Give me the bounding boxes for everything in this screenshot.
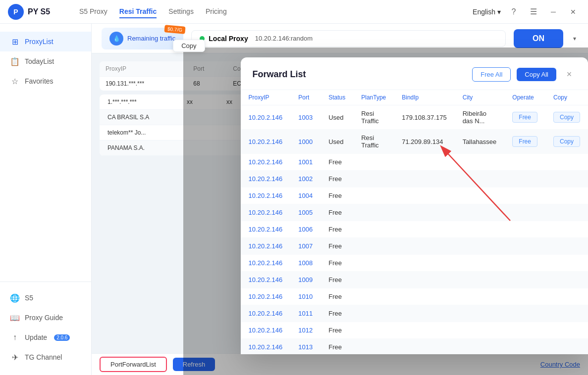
sidebar-s5-label: S5 xyxy=(25,294,33,302)
modal-col-proxyip: ProxyIP xyxy=(241,90,291,105)
local-proxy-widget: Local Proxy 10.20.2.146:random xyxy=(191,30,506,47)
copy-hint-badge: Copy xyxy=(173,40,205,52)
sidebar-item-proxyguide[interactable]: 📖 Proxy Guide xyxy=(0,308,91,328)
sidebar-update-label: Update xyxy=(25,333,47,341)
modal-table-row: 10.20.2.146 1004 Free xyxy=(241,188,588,204)
modal-table-row: 10.20.2.146 1011 Free xyxy=(241,305,588,322)
modal-table-row: 10.20.2.146 1013 Free xyxy=(241,339,588,355)
app-logo: P PY S5 xyxy=(8,4,67,20)
sidebar-item-proxylist[interactable]: ⊞ ProxyList xyxy=(0,32,91,51)
modal-table-row: 10.20.2.146 1008 Free xyxy=(241,255,588,272)
modal-table-row: 10.20.2.146 1010 Free xyxy=(241,288,588,305)
update-icon: ↑ xyxy=(10,332,20,342)
modal-table-row: 10.20.2.146 1006 Free xyxy=(241,221,588,238)
sidebar-proxylist-label: ProxyList xyxy=(25,38,53,46)
favorites-icon: ☆ xyxy=(10,76,20,86)
nav-right: English ▾ ? ☰ ─ ✕ xyxy=(473,5,580,19)
modal-title: Forward List xyxy=(253,69,467,80)
modal-body: ProxyIP Port Status PlanType BindIp City… xyxy=(241,90,588,354)
modal-col-status: Status xyxy=(321,90,353,105)
sidebar-bottom: 🌐 S5 📖 Proxy Guide ↑ Update 2.0.6 ✈ TG C… xyxy=(0,281,91,367)
sidebar-item-todaylist[interactable]: 📋 TodayList xyxy=(0,51,91,71)
modal-header: Forward List Free All Copy All × xyxy=(241,57,588,90)
modal-col-port: Port xyxy=(290,90,321,105)
nav-settings[interactable]: Settings xyxy=(168,5,194,18)
minimize-icon[interactable]: ─ xyxy=(546,5,560,19)
local-proxy-label: Local Proxy xyxy=(209,35,248,43)
modal-col-operate: Operate xyxy=(504,90,545,105)
modal-overlay: Copy Forward List Free All Copy All × Pr… xyxy=(183,47,588,375)
sidebar-item-update[interactable]: ↑ Update 2.0.6 xyxy=(0,328,91,347)
modal-table-row: 10.20.2.146 1012 Free xyxy=(241,322,588,339)
sidebar-todaylist-label: TodayList xyxy=(25,57,54,65)
on-toggle[interactable]: ON xyxy=(514,29,563,48)
nav-links: S5 Proxy Resi Traffic Settings Pricing xyxy=(79,5,461,18)
update-badge: 2.0.6 xyxy=(54,334,70,341)
modal-col-city: City xyxy=(455,90,505,105)
app-logo-icon: P xyxy=(8,4,24,20)
copy-all-button[interactable]: Copy All xyxy=(517,68,556,81)
modal-col-bindip: BindIp xyxy=(394,90,454,105)
toggle-dropdown-arrow[interactable]: ▾ xyxy=(571,33,578,44)
sidebar-favorites-label: Favorites xyxy=(25,77,53,85)
col-proxyip: ProxyIP xyxy=(100,61,187,77)
modal-col-copy: Copy xyxy=(545,90,588,105)
price-badge: $0.7/G xyxy=(164,25,186,34)
nav-s5proxy[interactable]: S5 Proxy xyxy=(79,5,107,18)
modal-close-button[interactable]: × xyxy=(562,68,576,82)
app-title: PY S5 xyxy=(28,7,50,16)
sidebar-tgchannel-label: TG Channel xyxy=(25,353,62,361)
nav-resitraffic[interactable]: Resi Traffic xyxy=(119,5,157,18)
traffic-wrapper: 💧 Remaining traffic $0.7/G xyxy=(102,28,183,49)
main-area: 💧 Remaining traffic $0.7/G Local Proxy 1… xyxy=(92,24,588,375)
nav-pricing[interactable]: Pricing xyxy=(206,5,227,18)
todaylist-icon: 📋 xyxy=(10,56,20,66)
remaining-traffic-label: Remaining traffic xyxy=(127,35,175,42)
modal-table-row: 10.20.2.146 1000 Used Resi Traffic 71.20… xyxy=(241,130,588,154)
modal-table-row: 10.20.2.146 1005 Free xyxy=(241,204,588,221)
sidebar-proxyguide-label: Proxy Guide xyxy=(25,314,63,322)
modal-table-row: 10.20.2.146 1007 Free xyxy=(241,238,588,255)
sidebar: ⊞ ProxyList 📋 TodayList ☆ Favorites 🌐 S5… xyxy=(0,24,92,375)
free-all-button[interactable]: Free All xyxy=(472,67,511,82)
close-icon[interactable]: ✕ xyxy=(566,5,580,19)
port-forward-list-button[interactable]: PortForwardList xyxy=(100,357,167,372)
proxyguide-icon: 📖 xyxy=(10,313,20,323)
row-copy-button[interactable]: Copy xyxy=(553,112,580,123)
modal-table-row: 10.20.2.146 1002 Free xyxy=(241,171,588,188)
proxylist-icon: ⊞ xyxy=(10,37,20,47)
forward-list-table: ProxyIP Port Status PlanType BindIp City… xyxy=(241,90,588,354)
row-copy-button[interactable]: Copy xyxy=(553,136,580,147)
menu-icon[interactable]: ☰ xyxy=(527,5,540,19)
tgchannel-icon: ✈ xyxy=(10,352,20,362)
modal-table-row: 10.20.2.146 1009 Free xyxy=(241,272,588,288)
operate-free-button[interactable]: Free xyxy=(512,136,537,147)
modal-table-row: 10.20.2.146 1001 Free xyxy=(241,154,588,171)
modal-table-row: 10.20.2.146 1003 Used Resi Traffic 179.1… xyxy=(241,105,588,130)
s5-icon: 🌐 xyxy=(10,293,20,303)
help-icon[interactable]: ? xyxy=(507,5,521,19)
local-proxy-address: 10.20.2.146:random xyxy=(255,35,313,42)
traffic-icon: 💧 xyxy=(109,32,123,46)
modal-col-plantype: PlanType xyxy=(353,90,394,105)
operate-free-button[interactable]: Free xyxy=(512,112,537,123)
sidebar-item-s5[interactable]: 🌐 S5 xyxy=(0,288,91,308)
sidebar-item-tgchannel[interactable]: ✈ TG Channel xyxy=(0,347,91,367)
chevron-down-icon: ▾ xyxy=(497,8,501,16)
sidebar-item-favorites[interactable]: ☆ Favorites xyxy=(0,71,91,91)
top-navigation: P PY S5 S5 Proxy Resi Traffic Settings P… xyxy=(0,0,588,24)
language-selector[interactable]: English ▾ xyxy=(473,8,501,16)
forward-list-modal: Forward List Free All Copy All × ProxyIP… xyxy=(241,57,588,354)
